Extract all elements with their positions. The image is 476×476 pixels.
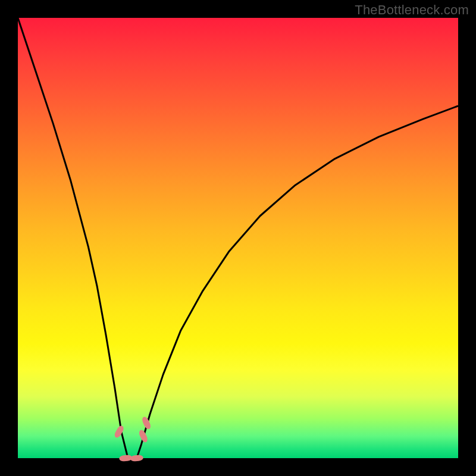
curve-svg <box>18 18 458 458</box>
marker-floor-right <box>130 455 143 462</box>
bottleneck-curve <box>18 18 458 458</box>
chart-frame: TheBottleneck.com <box>0 0 476 476</box>
marker-right-notch-upper <box>141 416 152 430</box>
watermark-text: TheBottleneck.com <box>355 2 469 18</box>
plot-area <box>18 18 458 458</box>
marker-right-notch-lower <box>138 429 149 443</box>
